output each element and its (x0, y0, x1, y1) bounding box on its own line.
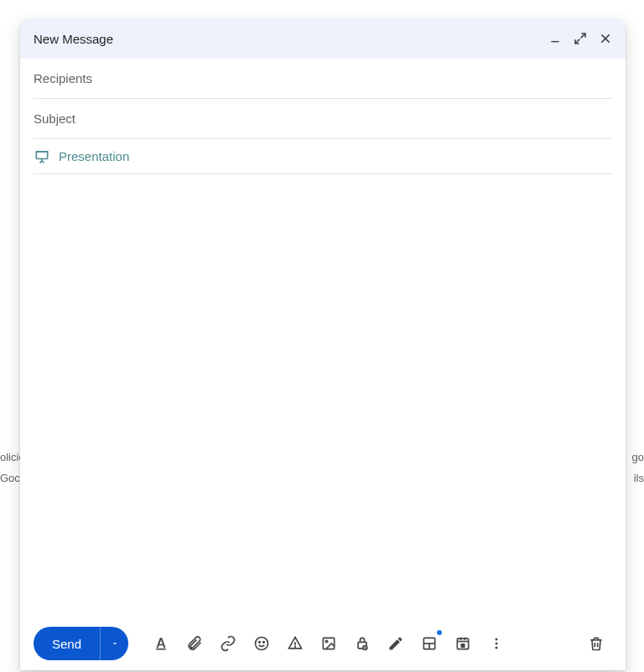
formatting-icon[interactable] (145, 628, 177, 659)
minimize-icon[interactable] (548, 32, 562, 45)
svg-point-4 (259, 642, 261, 644)
more-options-icon[interactable] (480, 628, 512, 659)
compose-body[interactable]: Presentation (20, 139, 626, 617)
background-text-right: go ils (632, 447, 644, 488)
svg-rect-7 (323, 638, 334, 649)
svg-point-8 (325, 640, 328, 643)
discard-icon[interactable] (580, 628, 612, 659)
attach-icon[interactable] (179, 628, 210, 659)
header-actions (548, 32, 612, 45)
calendar-icon[interactable] (447, 628, 479, 659)
svg-point-15 (496, 643, 498, 645)
svg-rect-13 (461, 644, 464, 647)
svg-point-6 (295, 647, 296, 648)
send-button-group: Send (34, 627, 128, 660)
signature-icon[interactable] (380, 628, 412, 659)
close-icon[interactable] (599, 32, 612, 45)
toolbar-icons (145, 628, 512, 659)
svg-point-3 (256, 638, 268, 650)
notification-dot (437, 630, 442, 635)
compose-window: New Message (20, 18, 626, 670)
subject-field-row (34, 99, 612, 139)
svg-point-16 (496, 647, 498, 649)
svg-rect-0 (551, 41, 558, 42)
confidential-icon[interactable] (346, 628, 378, 659)
svg-rect-1 (36, 152, 47, 158)
presentation-icon (34, 148, 50, 165)
recipients-field-row (34, 59, 612, 99)
image-icon[interactable] (313, 628, 345, 659)
recipients-input[interactable] (34, 71, 612, 85)
svg-point-5 (263, 642, 265, 644)
presentation-chip[interactable]: Presentation (34, 151, 612, 174)
layout-icon[interactable] (413, 628, 445, 659)
link-icon[interactable] (212, 628, 244, 659)
send-more-button[interactable] (100, 627, 128, 660)
compose-title: New Message (34, 32, 548, 46)
compose-fields (20, 59, 626, 139)
svg-point-14 (496, 638, 498, 641)
compose-toolbar: Send (20, 617, 626, 670)
emoji-icon[interactable] (246, 628, 278, 659)
compose-header: New Message (20, 18, 626, 59)
svg-rect-2 (156, 649, 166, 650)
send-button[interactable]: Send (34, 627, 100, 660)
drive-icon[interactable] (279, 628, 311, 659)
subject-input[interactable] (34, 111, 612, 126)
expand-icon[interactable] (574, 32, 587, 45)
presentation-chip-label: Presentation (59, 149, 129, 163)
